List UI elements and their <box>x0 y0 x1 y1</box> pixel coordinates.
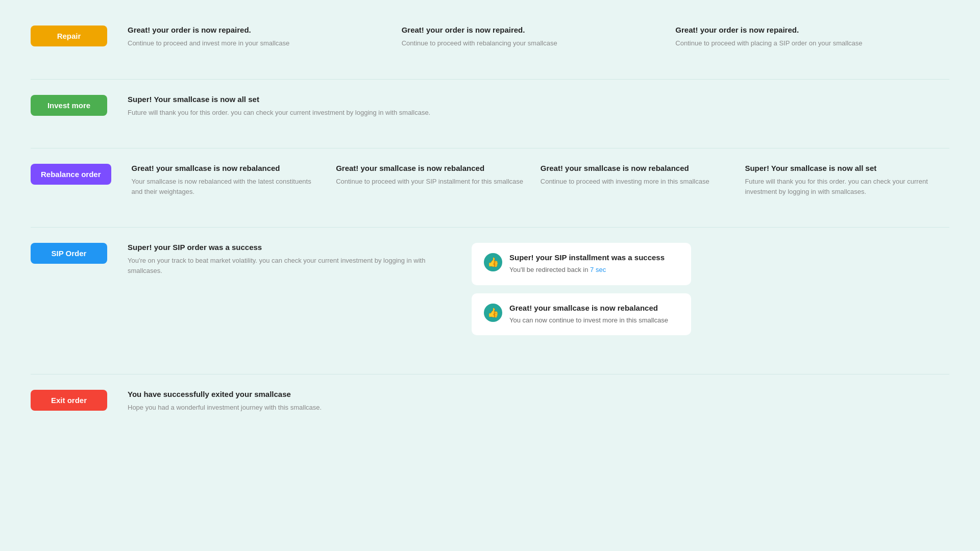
rebalanced-icon: 👍 <box>484 304 502 322</box>
repair-col-2-title: Great! your order is now repaired. <box>402 26 660 34</box>
sip-col-1: Super! your SIP order was a success You'… <box>128 243 461 343</box>
rebalance-col-2: Great! your smallcase is now rebalanced … <box>336 164 541 196</box>
rebalance-col-4-title: Super! Your smallcase is now all set <box>745 164 934 172</box>
divider-4 <box>31 374 949 374</box>
sip-notification-cards: 👍 Super! your SIP installment was a succ… <box>461 243 949 343</box>
sip-redirect-prefix: You'll be redirected back in <box>509 266 590 273</box>
rebalance-col-2-title: Great! your smallcase is now rebalanced <box>336 164 525 172</box>
invest-section: Invest more Super! Your smallcase is now… <box>31 85 949 128</box>
sip-button[interactable]: SIP Order <box>31 243 107 264</box>
sip-col-1-desc: You're on your track to beat market vola… <box>128 256 446 276</box>
rebalanced-title: Great! your smallcase is now rebalanced <box>509 304 668 312</box>
rebalance-col-1-desc: Your smallcase is now rebalanced with th… <box>132 177 321 196</box>
sip-redirect-link[interactable]: 7 sec <box>590 266 606 273</box>
exit-section: Exit order You have successfully exited … <box>31 380 949 423</box>
rebalanced-desc: You can now continue to invest more in t… <box>509 315 668 325</box>
sip-success-desc: You'll be redirected back in 7 sec <box>509 265 665 275</box>
rebalance-col-3-title: Great! your smallcase is now rebalanced <box>541 164 730 172</box>
invest-col-1-title: Super! Your smallcase is now all set <box>128 95 934 104</box>
rebalanced-card: 👍 Great! your smallcase is now rebalance… <box>472 293 691 336</box>
sip-success-icon: 👍 <box>484 253 502 271</box>
repair-section: Repair Great! your order is now repaired… <box>31 15 949 59</box>
sip-section: SIP Order Super! your SIP order was a su… <box>31 233 949 354</box>
repair-col-1-desc: Continue to proceed and invest more in y… <box>128 38 386 48</box>
divider-2 <box>31 148 949 148</box>
repair-col-1: Great! your order is now repaired. Conti… <box>128 26 402 48</box>
divider-1 <box>31 79 949 80</box>
rebalance-section: Rebalance order Great! your smallcase is… <box>31 154 949 207</box>
rebalance-col-4: Super! Your smallcase is now all set Fut… <box>745 164 949 196</box>
rebalanced-content: Great! your smallcase is now rebalanced … <box>509 304 668 325</box>
rebalance-col-2-desc: Continue to proceed with your SIP instal… <box>336 177 525 187</box>
repair-col-2: Great! your order is now repaired. Conti… <box>402 26 676 48</box>
rebalance-col-3-desc: Continue to proceed with investing more … <box>541 177 730 187</box>
rebalance-button[interactable]: Rebalance order <box>31 164 111 185</box>
exit-col-1: You have successfully exited your smallc… <box>128 390 949 413</box>
rebalance-col-3: Great! your smallcase is now rebalanced … <box>541 164 745 196</box>
exit-button[interactable]: Exit order <box>31 390 107 411</box>
sip-columns: Super! your SIP order was a success You'… <box>128 243 949 343</box>
invest-col-1-desc: Future will thank you for this order. yo… <box>128 108 934 118</box>
repair-button[interactable]: Repair <box>31 26 107 46</box>
exit-col-1-desc: Hope you had a wonderful investment jour… <box>128 403 934 413</box>
repair-columns: Great! your order is now repaired. Conti… <box>128 26 949 48</box>
rebalance-columns: Great! your smallcase is now rebalanced … <box>132 164 949 196</box>
rebalance-col-1-title: Great! your smallcase is now rebalanced <box>132 164 321 172</box>
rebalance-col-4-desc: Future will thank you for this order. yo… <box>745 177 934 196</box>
invest-button[interactable]: Invest more <box>31 95 107 116</box>
repair-col-1-title: Great! your order is now repaired. <box>128 26 386 34</box>
exit-col-1-title: You have successfully exited your smallc… <box>128 390 934 398</box>
repair-col-3-desc: Continue to proceed with placing a SIP o… <box>675 38 934 48</box>
repair-col-2-desc: Continue to proceed with rebalancing you… <box>402 38 660 48</box>
sip-success-title: Super! your SIP installment was a succes… <box>509 253 665 262</box>
sip-success-card: 👍 Super! your SIP installment was a succ… <box>472 243 691 285</box>
exit-columns: You have successfully exited your smallc… <box>128 390 949 413</box>
sip-col-1-title: Super! your SIP order was a success <box>128 243 446 252</box>
invest-col-1: Super! Your smallcase is now all set Fut… <box>128 95 949 118</box>
invest-columns: Super! Your smallcase is now all set Fut… <box>128 95 949 118</box>
sip-success-content: Super! your SIP installment was a succes… <box>509 253 665 275</box>
repair-col-3-title: Great! your order is now repaired. <box>675 26 934 34</box>
divider-3 <box>31 227 949 228</box>
rebalance-col-1: Great! your smallcase is now rebalanced … <box>132 164 336 196</box>
repair-col-3: Great! your order is now repaired. Conti… <box>675 26 949 48</box>
